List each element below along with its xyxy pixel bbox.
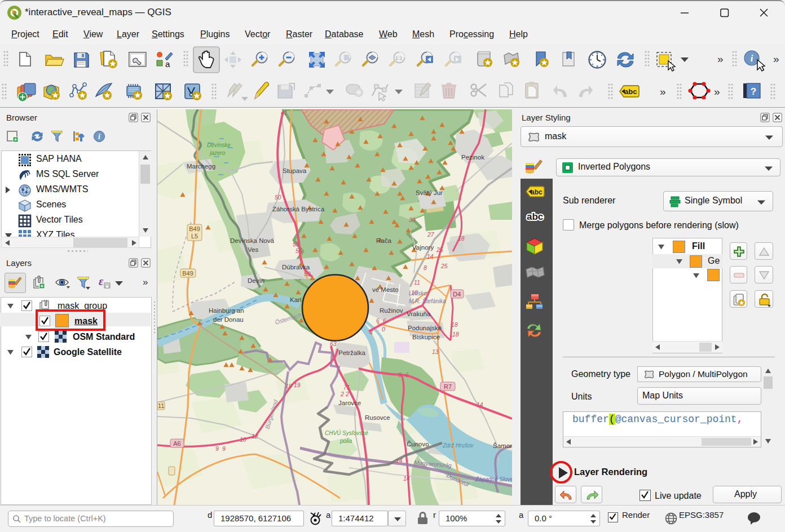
svg-text:»: » [143, 277, 148, 287]
svg-text:Vrakuňa: Vrakuňa [407, 311, 431, 317]
svg-text:4: 4 [369, 329, 373, 336]
svg-text:M.R. Štefánika: M.R. Štefánika [409, 298, 446, 304]
svg-text:Hainburg an: Hainburg an [209, 307, 244, 314]
svg-text:i: i [98, 132, 100, 141]
svg-text:18: 18 [452, 331, 459, 338]
svg-text:Šamorín: Šamorín [493, 442, 512, 449]
svg-text:Záhorská Bystrica: Záhorská Bystrica [272, 206, 325, 212]
svg-text:10: 10 [240, 436, 246, 443]
svg-text:Devínska Nová: Devínska Nová [230, 237, 275, 244]
svg-text:6: 6 [405, 371, 409, 378]
svg-text:Marchegg: Marchegg [187, 163, 215, 170]
svg-text:9: 9 [215, 445, 219, 452]
svg-text:A6: A6 [173, 440, 180, 447]
svg-text:?: ? [751, 86, 756, 97]
svg-text:B49: B49 [189, 225, 200, 232]
svg-text:Jarovce: Jarovce [338, 400, 361, 406]
svg-text:jazero: jazero [209, 150, 226, 156]
svg-text:Vajnory: Vajnory [412, 244, 434, 251]
svg-text:0: 0 [382, 326, 385, 333]
svg-text:Biskupice: Biskupice [412, 334, 440, 340]
svg-text:Karl: Karl [290, 296, 301, 303]
svg-text:CHVÚ Sysľovské: CHVÚ Sysľovské [325, 429, 368, 436]
svg-text:Ružinov: Ružinov [380, 307, 403, 314]
svg-text:ε: ε [99, 275, 104, 287]
svg-text:6: 6 [376, 317, 380, 324]
svg-text:11: 11 [414, 279, 420, 286]
svg-text:14: 14 [477, 401, 483, 408]
svg-text:»: » [717, 53, 724, 65]
svg-text:abc: abc [531, 188, 543, 196]
svg-text:9: 9 [398, 371, 402, 378]
svg-text:»: » [660, 86, 666, 97]
svg-text:41: 41 [281, 109, 288, 116]
svg-text:»: » [714, 86, 720, 97]
svg-text:18: 18 [451, 321, 458, 328]
svg-text:L5: L5 [191, 233, 198, 240]
svg-text:abc: abc [527, 211, 543, 222]
svg-text:a: a [165, 59, 170, 69]
svg-text:6: 6 [383, 317, 386, 324]
svg-text:Čunovo: Čunovo [407, 441, 429, 447]
svg-text:Podunajské: Podunajské [408, 325, 442, 331]
svg-text:2: 2 [345, 391, 349, 397]
svg-text:polia: polia [339, 438, 352, 444]
svg-text:55: 55 [293, 241, 299, 247]
svg-text:30: 30 [409, 216, 416, 223]
svg-text:abc: abc [624, 87, 637, 96]
svg-text:Pezinok: Pezinok [461, 154, 484, 161]
svg-text:Západné Slove: Západné Slove [475, 476, 512, 482]
svg-text:der Donau: der Donau [213, 316, 244, 323]
svg-text:14: 14 [427, 253, 434, 260]
svg-text:13: 13 [432, 348, 439, 355]
svg-text:14: 14 [396, 457, 403, 464]
svg-text:vé Mesto: vé Mesto [372, 286, 399, 293]
svg-text:50: 50 [275, 194, 281, 201]
svg-text:Devín: Devín [248, 277, 264, 284]
svg-text:Stupava: Stupava [283, 167, 307, 174]
svg-text:9: 9 [222, 445, 226, 452]
svg-text:25: 25 [436, 246, 443, 253]
svg-text:19: 19 [285, 383, 292, 389]
svg-text:B49: B49 [182, 270, 193, 277]
svg-text:Devínske: Devínske [207, 142, 231, 148]
svg-text:Rusovce: Rusovce [365, 414, 390, 421]
svg-text:Ves: Ves [248, 246, 258, 253]
svg-text:12: 12 [252, 433, 258, 440]
svg-text:Dúbravka: Dúbravka [282, 264, 310, 271]
svg-text:Petržalka: Petržalka [338, 349, 366, 356]
svg-text:19: 19 [294, 382, 301, 388]
svg-text:2: 2 [340, 391, 344, 397]
svg-text:Rača: Rača [376, 237, 391, 244]
svg-text:i: i [751, 53, 753, 64]
svg-text:63: 63 [330, 340, 337, 347]
svg-text:»: » [773, 53, 779, 65]
svg-text:25: 25 [440, 263, 448, 269]
svg-text:55: 55 [296, 247, 302, 254]
svg-text:Letisko: Letisko [409, 290, 427, 296]
svg-text:Svätý Jur: Svätý Jur [416, 189, 443, 196]
svg-text:27: 27 [427, 231, 435, 238]
svg-text:Zdrž Hrušov: Zdrž Hrušov [442, 442, 474, 449]
svg-text:R7: R7 [444, 383, 452, 390]
svg-text:14: 14 [403, 475, 410, 482]
svg-text:1:1: 1:1 [395, 55, 403, 61]
svg-text:59: 59 [304, 271, 311, 277]
svg-text:D4: D4 [453, 291, 461, 298]
svg-text:18: 18 [458, 235, 465, 242]
svg-text:71: 71 [343, 384, 350, 391]
svg-text:8: 8 [424, 264, 427, 271]
svg-text:11: 11 [158, 402, 164, 409]
